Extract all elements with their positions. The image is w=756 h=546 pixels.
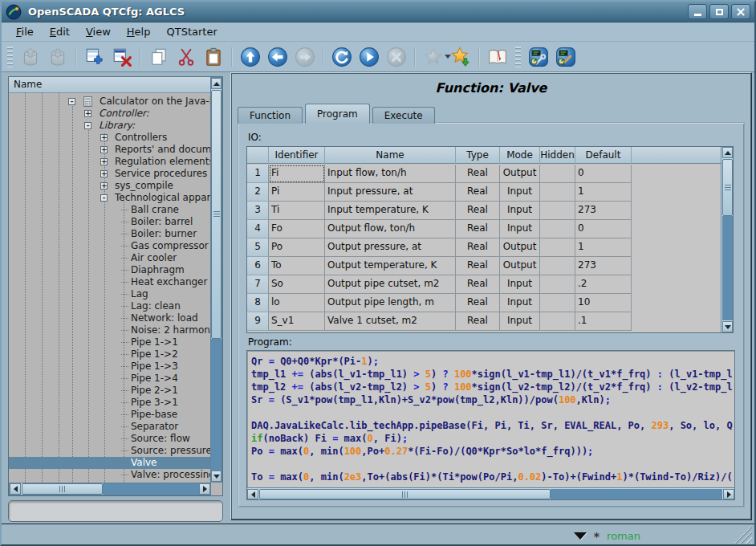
toolbar-grip[interactable] bbox=[515, 47, 521, 67]
cell-name[interactable]: Output temperature, K bbox=[325, 257, 456, 275]
cell-hidden[interactable] bbox=[540, 165, 575, 183]
expand-icon[interactable]: + bbox=[100, 134, 108, 141]
resize-grip[interactable] bbox=[731, 526, 752, 544]
scroll-track[interactable] bbox=[211, 339, 222, 471]
tree-horizontal-scrollbar[interactable] bbox=[9, 483, 211, 495]
expand-icon[interactable]: + bbox=[100, 170, 108, 177]
cell-identifier[interactable]: Pi bbox=[269, 183, 325, 202]
cell-identifier[interactable]: To bbox=[269, 257, 325, 275]
tree-item-separator[interactable]: Separator bbox=[9, 421, 210, 433]
cell-hidden[interactable] bbox=[540, 257, 575, 275]
tree-item-technological-apparatus[interactable]: -Technological apparatus bbox=[9, 192, 210, 204]
cell-mode[interactable]: Output bbox=[500, 165, 540, 183]
tree-item-sys-compile[interactable]: +sys_compile bbox=[9, 180, 210, 192]
manual-button[interactable] bbox=[486, 45, 510, 69]
scroll-left-button[interactable] bbox=[10, 483, 21, 495]
cell-identifier[interactable]: Ti bbox=[269, 202, 325, 220]
cell-name[interactable]: Input flow, ton/h bbox=[325, 165, 456, 183]
tree-item-noise-2-harmonics[interactable]: Noise: 2 harmonics bbox=[9, 324, 210, 336]
cell-identifier[interactable]: lo bbox=[269, 294, 325, 312]
cell-type[interactable]: Real bbox=[456, 275, 500, 294]
cell-mode[interactable]: Output bbox=[500, 238, 540, 257]
scroll-track[interactable] bbox=[103, 483, 199, 495]
tree-item-boiler-burner[interactable]: Boiler: burner bbox=[9, 228, 210, 240]
tree-item-source-flow[interactable]: Source: flow bbox=[9, 433, 210, 445]
column-header-hidden[interactable]: Hidden bbox=[540, 147, 575, 164]
maximize-button[interactable] bbox=[709, 4, 729, 19]
expand-icon[interactable]: + bbox=[100, 182, 108, 189]
cell-name[interactable]: Output flow, ton/h bbox=[325, 220, 456, 238]
tab-program[interactable]: Program bbox=[305, 104, 370, 124]
menu-item-qtstarter[interactable]: QTStarter bbox=[158, 24, 225, 39]
cut-item-button[interactable] bbox=[174, 45, 198, 69]
tab-execute[interactable]: Execute bbox=[372, 107, 435, 124]
cell-default[interactable]: 273 bbox=[575, 257, 632, 275]
cell-name[interactable]: Valve 1 cutset, m2 bbox=[325, 312, 456, 331]
tree-item-calculator-on-the-java-like[interactable]: -Calculator on the Java-like bbox=[9, 96, 210, 108]
cell-hidden[interactable] bbox=[540, 294, 575, 312]
tree-item-controller[interactable]: +Controller: bbox=[9, 108, 210, 120]
cell-hidden[interactable] bbox=[540, 312, 575, 331]
copy-item-button[interactable] bbox=[147, 45, 171, 69]
column-header-rownum[interactable] bbox=[247, 147, 269, 164]
toolbar-grip[interactable] bbox=[7, 47, 13, 67]
cell-default[interactable]: 0 bbox=[575, 220, 632, 238]
table-vertical-scrollbar[interactable] bbox=[721, 147, 733, 332]
column-header-name[interactable]: Name bbox=[325, 147, 456, 164]
tree-item-regulation-elements[interactable]: +Regulation elements bbox=[9, 156, 210, 168]
tree-item-controllers[interactable]: +Controllers bbox=[9, 132, 210, 144]
io-row-so[interactable]: 7SoOutput pipe cutset, m2RealInput.2 bbox=[247, 275, 721, 294]
close-button[interactable]: × bbox=[731, 4, 750, 19]
scroll-left-button[interactable] bbox=[247, 489, 258, 499]
expand-icon[interactable]: + bbox=[100, 146, 108, 153]
expand-icon[interactable]: + bbox=[84, 110, 91, 117]
program-horizontal-scrollbar[interactable] bbox=[247, 487, 734, 499]
expand-icon[interactable]: + bbox=[100, 158, 108, 165]
cell-hidden[interactable] bbox=[540, 202, 575, 220]
scroll-right-button[interactable] bbox=[723, 489, 734, 499]
scroll-thumb[interactable] bbox=[211, 90, 222, 339]
cell-name[interactable]: Output pipe cutset, m2 bbox=[325, 275, 456, 294]
cell-hidden[interactable] bbox=[540, 183, 575, 202]
column-header-type[interactable]: Type bbox=[456, 147, 500, 164]
cell-mode[interactable]: Input bbox=[500, 294, 540, 312]
scroll-thumb[interactable] bbox=[722, 159, 733, 216]
cell-name[interactable]: Input temperature, K bbox=[325, 202, 456, 220]
panel-splitter[interactable] bbox=[224, 72, 230, 524]
tree-item-reports-and-documents[interactable]: +Reports' and documents bbox=[9, 144, 210, 156]
column-header-default[interactable]: Default bbox=[575, 147, 632, 164]
program-editor[interactable]: Qr = Q0+Q0*Kpr*(Pi-1);tmp_l1 += (abs(l_v… bbox=[246, 350, 735, 500]
minimize-button[interactable] bbox=[688, 4, 707, 19]
tree-filter-input[interactable] bbox=[8, 500, 223, 522]
menu-item-help[interactable]: Help bbox=[119, 24, 159, 39]
scroll-down-button[interactable] bbox=[211, 471, 222, 482]
scroll-thumb[interactable] bbox=[259, 489, 551, 499]
io-row-po[interactable]: 5PoOutput pressure, atRealOutput1 bbox=[247, 238, 721, 257]
title-bar[interactable]: OpenSCADA QTCfg: AGLCS × bbox=[2, 2, 754, 22]
tree-item-source-pressure[interactable]: Source: pressure bbox=[9, 445, 210, 457]
cell-mode[interactable]: Input bbox=[500, 183, 540, 202]
collapse-icon[interactable]: - bbox=[68, 98, 75, 105]
go-back-button[interactable] bbox=[266, 45, 290, 69]
tree-item-pipe-3-1[interactable]: Pipe 3->1 bbox=[9, 397, 210, 409]
tree-item-pipe-1-4[interactable]: Pipe 1->4 bbox=[9, 373, 210, 385]
tree-item-heat-exchanger[interactable]: Heat exchanger bbox=[9, 276, 210, 288]
menu-item-edit[interactable]: Edit bbox=[42, 24, 78, 39]
cell-mode[interactable]: Input bbox=[500, 275, 540, 294]
scroll-down-button[interactable] bbox=[722, 321, 733, 332]
tree-item-pipe-1-2[interactable]: Pipe 1->2 bbox=[9, 348, 210, 361]
tree-item-pipe-1-3[interactable]: Pipe 1->3 bbox=[9, 361, 210, 373]
cell-mode[interactable]: Input bbox=[500, 220, 540, 238]
cell-mode[interactable]: Input bbox=[500, 312, 540, 331]
tree-item-library[interactable]: -Library: bbox=[9, 120, 210, 132]
column-header-identifier[interactable]: Identifier bbox=[269, 147, 325, 164]
cell-identifier[interactable]: S_v1 bbox=[269, 312, 325, 331]
io-row-ti[interactable]: 3TiInput temperature, KRealInput273 bbox=[247, 202, 721, 220]
tree-item-boiler-barrel[interactable]: Boiler: barrel bbox=[9, 216, 210, 228]
tree-item-valve-processing[interactable]: Valve: processing bbox=[9, 469, 210, 481]
current-user[interactable]: roman bbox=[607, 530, 640, 542]
tree-item-diaphragm[interactable]: Diaphragm bbox=[9, 264, 210, 276]
cell-name[interactable]: Output pipe length, m bbox=[325, 294, 456, 312]
tree-column-header[interactable]: Name bbox=[9, 77, 222, 93]
cell-default[interactable]: .2 bbox=[575, 275, 632, 294]
